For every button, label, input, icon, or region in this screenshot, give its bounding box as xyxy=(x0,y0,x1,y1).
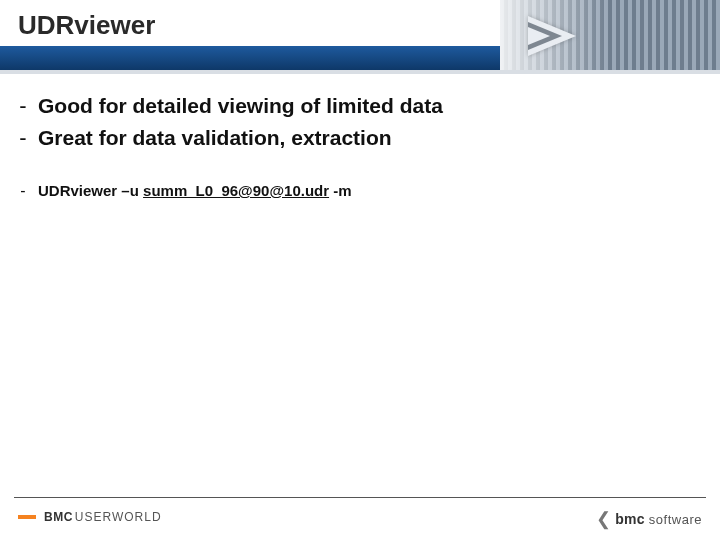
bullet-text: Great for data validation, extraction xyxy=(38,124,392,152)
footer-right-logo: ❮ bmc software xyxy=(596,510,702,528)
command-prefix: UDRviewer –u xyxy=(38,182,143,199)
slide-body: - Good for detailed viewing of limited d… xyxy=(18,92,690,206)
bullet-dash-icon: - xyxy=(18,92,28,120)
header-band-thin xyxy=(0,70,720,74)
footer-right-brand-rest: software xyxy=(649,512,702,527)
header-hero-image xyxy=(500,0,720,70)
footer-left-logo: BMC USERWORLD xyxy=(18,510,162,524)
bullet-item: - Great for data validation, extraction xyxy=(18,124,690,152)
play-triangle-gap-icon xyxy=(528,27,550,45)
command-link[interactable]: summ_L0_96@90@10.udr xyxy=(143,182,329,199)
footer-left-brand-strong: BMC xyxy=(44,510,73,524)
slide-header: UDRviewer xyxy=(0,0,720,72)
slide-title: UDRviewer xyxy=(18,10,155,41)
bullet-item: - Good for detailed viewing of limited d… xyxy=(18,92,690,120)
footer-left-brand-rest: USERWORLD xyxy=(75,510,162,524)
footer-right-brand-strong: bmc xyxy=(615,511,645,527)
footer-divider xyxy=(14,497,706,498)
command-line: UDRviewer –u summ_L0_96@90@10.udr -m xyxy=(38,180,352,202)
bullet-dash-icon: - xyxy=(18,124,28,152)
chevron-left-icon: ❮ xyxy=(596,510,611,528)
bullet-item-command: - UDRviewer –u summ_L0_96@90@10.udr -m xyxy=(18,180,690,202)
slide: UDRviewer - Good for detailed viewing of… xyxy=(0,0,720,540)
bullet-dash-icon: - xyxy=(18,180,28,202)
bmc-orange-mark-icon xyxy=(18,515,36,519)
command-suffix: -m xyxy=(329,182,352,199)
bullet-text: Good for detailed viewing of limited dat… xyxy=(38,92,443,120)
